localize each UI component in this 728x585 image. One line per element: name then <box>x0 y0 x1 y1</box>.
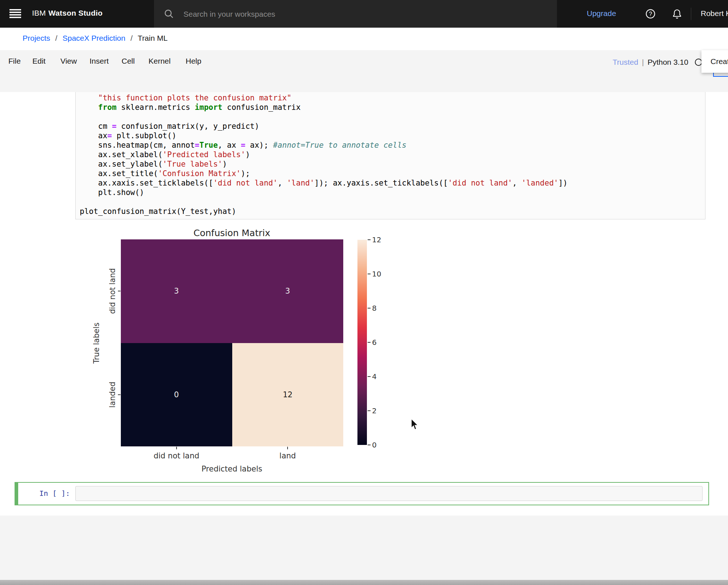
status-divider: | <box>642 58 644 67</box>
page-footer-background <box>0 516 728 585</box>
code-line: ax.set_title('Confusion Matrix'); <box>80 169 705 178</box>
colorbar-tick-mark <box>368 410 371 411</box>
heatmap-annotation: 3 <box>285 287 290 295</box>
menu-kernel[interactable]: Kernel <box>149 57 171 65</box>
code-line: ax.xaxis.set_ticklabels(['did not land',… <box>80 178 705 188</box>
empty-cell-input[interactable] <box>75 486 703 501</box>
y-tick-mark <box>118 394 120 395</box>
app-title: IBMWatson Studio <box>32 9 103 17</box>
watson-studio-notebook-page: IBMWatson Studio Upgrade ? Robert K <box>0 0 728 585</box>
horizontal-scrollbar[interactable] <box>0 580 728 585</box>
colorbar-tick-mark <box>368 308 371 309</box>
x-axis-label: Predicted labels <box>202 465 262 473</box>
code-line <box>80 112 705 122</box>
notifications-button[interactable] <box>672 8 682 21</box>
upgrade-link[interactable]: Upgrade <box>587 9 616 18</box>
code-line <box>80 197 705 207</box>
menu-insert[interactable]: Insert <box>90 57 109 65</box>
breadcrumb-spacex-prediction[interactable]: SpaceX Prediction <box>63 34 126 43</box>
colorbar-tick-label: 8 <box>372 304 377 313</box>
colorbar-tick-label: 0 <box>372 441 377 449</box>
hamburger-menu-button[interactable] <box>8 7 23 20</box>
heatmap-annotation: 3 <box>174 287 179 295</box>
menu-help[interactable]: Help <box>186 57 201 65</box>
breadcrumb-projects[interactable]: Projects <box>23 34 50 43</box>
notebook-ribbon: FileEditViewInsertCellKernelHelp Trusted… <box>0 50 728 92</box>
kernel-status-area: Trusted | Python 3.10 <box>613 58 702 67</box>
svg-text:?: ? <box>649 11 652 17</box>
create-popup[interactable]: Creat <box>701 50 728 73</box>
code-line: sns.heatmap(cm, annot=True, ax = ax); #a… <box>80 140 705 150</box>
x-tick-label: land <box>280 451 296 460</box>
cell-prompt: In [ ]: <box>39 489 70 498</box>
top-app-bar: IBMWatson Studio Upgrade ? Robert K <box>0 0 728 28</box>
code-line: from sklearn.metrics import confusion_ma… <box>80 103 705 112</box>
code-line: ax= plt.subplot() <box>80 131 705 140</box>
x-tick-mark <box>287 447 288 449</box>
plot-title: Confusion Matrix <box>193 228 270 238</box>
topbar-divider <box>691 8 691 20</box>
search-input[interactable] <box>183 7 410 22</box>
code-line: plt.show() <box>80 188 705 197</box>
trusted-link[interactable]: Trusted <box>613 58 638 67</box>
hamburger-icon <box>8 7 23 20</box>
breadcrumb-row: Projects / SpaceX Prediction / Train ML <box>0 28 728 50</box>
colorbar-tick-label: 2 <box>372 406 377 415</box>
colorbar-tick-label: 10 <box>372 270 381 278</box>
code-line: plot_confusion_matrix(Y_test,yhat) <box>80 207 705 216</box>
bell-icon <box>672 8 682 19</box>
kernel-status-icon <box>695 59 702 66</box>
code-line: cm = confusion_matrix(y, y_predict) <box>80 122 705 131</box>
menu-edit[interactable]: Edit <box>32 57 46 65</box>
kernel-name: Python 3.10 <box>648 58 688 67</box>
menu-file[interactable]: File <box>8 57 21 65</box>
help-button[interactable]: ? <box>645 8 656 21</box>
code-line: ax.set_ylabel('True labels') <box>80 159 705 169</box>
breadcrumb-separator: / <box>55 34 58 43</box>
help-icon: ? <box>645 8 656 19</box>
create-popup-label: Creat <box>711 57 728 66</box>
colorbar-tick-label: 6 <box>372 338 377 347</box>
y-tick-label: did not land <box>108 268 117 314</box>
colorbar-tick-mark <box>368 239 371 240</box>
code-cell-input[interactable]: "this function plots the confusion matri… <box>75 92 705 219</box>
app-title-name: Watson Studio <box>48 9 103 17</box>
colorbar-tick-mark <box>368 445 371 445</box>
user-menu[interactable]: Robert K <box>701 9 728 18</box>
y-tick-mark <box>118 291 120 291</box>
y-tick-label: landed <box>108 382 117 408</box>
y-axis-label: True labels <box>92 322 101 363</box>
x-tick-mark <box>176 447 177 449</box>
colorbar-tick-mark <box>368 342 371 343</box>
search-icon <box>163 8 175 21</box>
breadcrumb-separator: / <box>130 34 132 43</box>
app-title-prefix: IBM <box>32 9 46 17</box>
colorbar-tick-label: 4 <box>372 372 377 381</box>
code-line: ax.set_xlabel('Predicted labels') <box>80 150 705 159</box>
menu-view[interactable]: View <box>60 57 77 65</box>
breadcrumb: Projects / SpaceX Prediction / Train ML <box>23 34 167 43</box>
breadcrumb-current: Train ML <box>138 34 167 43</box>
code-line: "this function plots the confusion matri… <box>80 93 705 103</box>
colorbar-tick-label: 12 <box>372 235 381 244</box>
selected-cell-bar <box>15 482 18 505</box>
heatmap-annotation: 12 <box>283 390 293 399</box>
colorbar <box>357 240 367 445</box>
empty-code-cell-selected[interactable]: In [ ]: <box>15 482 709 505</box>
heatmap-annotation: 0 <box>174 390 179 399</box>
colorbar-tick-mark <box>368 376 371 377</box>
menu-cell[interactable]: Cell <box>122 57 135 65</box>
colorbar-tick-mark <box>368 274 371 274</box>
x-tick-label: did not land <box>154 451 199 460</box>
